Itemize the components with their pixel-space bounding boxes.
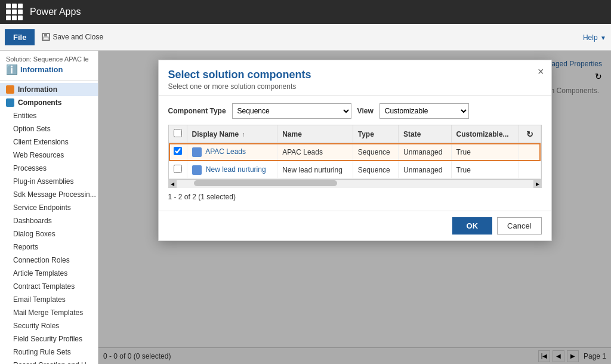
sidebar-item-plugin-assemblies[interactable]: Plug-in Assemblies	[0, 175, 98, 188]
sidebar-nav: Information Components Entities Option S…	[0, 81, 98, 364]
file-button[interactable]: File	[5, 29, 35, 45]
sidebar-item-security-roles[interactable]: Security Roles	[0, 319, 98, 332]
dialog-close-button[interactable]: ×	[538, 66, 544, 77]
ok-button[interactable]: OK	[452, 217, 493, 235]
toolbar: File Save and Close Help ▼	[0, 24, 611, 51]
horizontal-scrollbar[interactable]: ◀ ▶	[168, 180, 542, 188]
sidebar-item-entities[interactable]: Entities	[0, 109, 98, 122]
dialog-title: Select solution components	[168, 69, 542, 81]
row2-type: Sequence	[353, 161, 398, 179]
status-text: 1 - 2 of 2 (1 selected)	[168, 193, 236, 201]
dialog-body: Component Type Sequence View Customizabl…	[159, 96, 551, 211]
table-row[interactable]: APAC Leads APAC Leads Sequence Unmanaged…	[169, 143, 541, 161]
app-title: Power Apps	[30, 7, 81, 17]
dialog-subtitle: Select one or more solution components	[168, 82, 542, 91]
select-all-header[interactable]	[169, 125, 187, 143]
content-area: Managed Properties ↻ e Solution Componen…	[98, 51, 611, 364]
status-bar: 1 - 2 of 2 (1 selected)	[168, 188, 542, 203]
sort-arrow-asc: ↑	[242, 131, 245, 138]
row1-display-link[interactable]: APAC Leads	[205, 147, 246, 156]
row1-checkbox[interactable]	[174, 147, 182, 155]
sidebar-item-sdk-message[interactable]: Sdk Message Processin...	[0, 188, 98, 201]
sidebar-item-dashboards[interactable]: Dashboards	[0, 214, 98, 227]
main-area: Solution: Sequence APAC le ℹ️ Informatio…	[0, 51, 611, 364]
sidebar-item-connection-roles[interactable]: Connection Roles	[0, 254, 98, 267]
sidebar-item-article-templates[interactable]: Article Templates	[0, 267, 98, 280]
scroll-right-button[interactable]: ▶	[533, 180, 542, 189]
sidebar-item-reports[interactable]: Reports	[0, 240, 98, 254]
row2-state: Unmanaged	[399, 161, 452, 179]
row2-customizable: True	[451, 161, 519, 179]
sidebar-item-mail-merge-templates[interactable]: Mail Merge Templates	[0, 306, 98, 319]
view-label: View	[357, 107, 374, 115]
table-header-row: Display Name ↑ Name Type S	[169, 125, 541, 143]
sidebar-item-contract-templates[interactable]: Contract Templates	[0, 280, 98, 293]
svg-rect-1	[44, 33, 47, 36]
info-icon	[6, 85, 14, 94]
waffle-icon[interactable]	[6, 4, 23, 20]
sidebar-item-information[interactable]: Information	[0, 83, 98, 96]
row1-icon	[192, 147, 202, 157]
row2-display-link[interactable]: New lead nurturing	[206, 165, 266, 174]
row1-extra	[519, 143, 541, 161]
row2-display-name[interactable]: New lead nurturing	[187, 161, 277, 179]
refresh-header[interactable]: ↻	[519, 125, 541, 143]
cancel-button[interactable]: Cancel	[497, 217, 541, 235]
save-close-button[interactable]: Save and Close	[37, 30, 108, 44]
sidebar-item-record-creation[interactable]: Record Creation and U...	[0, 359, 98, 364]
sidebar-item-email-templates[interactable]: Email Templates	[0, 293, 98, 306]
sidebar-item-dialog-boxes[interactable]: Dialog Boxes	[0, 227, 98, 240]
row1-name: APAC Leads	[277, 143, 353, 161]
sidebar-item-routing-rule-sets[interactable]: Routing Rule Sets	[0, 346, 98, 359]
row1-customizable: True	[451, 143, 519, 161]
scroll-left-button[interactable]: ◀	[168, 180, 177, 189]
sidebar-item-components[interactable]: Components	[0, 96, 98, 109]
dialog: Select solution components Select one or…	[158, 60, 552, 241]
dialog-header: Select solution components Select one or…	[159, 60, 551, 96]
sidebar-item-web-resources[interactable]: Web Resources	[0, 149, 98, 162]
components-table: Display Name ↑ Name Type S	[168, 125, 542, 180]
top-bar: Power Apps	[0, 0, 611, 24]
row2-extra	[519, 161, 541, 179]
save-icon	[42, 33, 50, 41]
solution-info[interactable]: ℹ️ Information	[6, 64, 92, 75]
row1-state: Unmanaged	[399, 143, 452, 161]
solution-label: Solution: Sequence APAC le	[6, 55, 92, 63]
filter-row: Component Type Sequence View Customizabl…	[168, 103, 542, 119]
customizable-header[interactable]: Customizable...	[451, 125, 519, 143]
dialog-footer: OK Cancel	[159, 211, 551, 240]
sidebar: Solution: Sequence APAC le ℹ️ Informatio…	[0, 51, 98, 364]
select-all-checkbox[interactable]	[174, 129, 182, 137]
sidebar-item-client-extensions[interactable]: Client Extensions	[0, 135, 98, 149]
type-header[interactable]: Type	[353, 125, 398, 143]
scrollbar-thumb[interactable]	[194, 180, 337, 186]
component-type-label: Component Type	[168, 107, 226, 115]
table-refresh-icon[interactable]: ↻	[524, 129, 536, 139]
row2-icon	[192, 165, 202, 175]
row1-display-name[interactable]: APAC Leads	[187, 143, 277, 161]
state-header[interactable]: State	[399, 125, 452, 143]
sidebar-item-processes[interactable]: Processes	[0, 162, 98, 175]
sidebar-solution: Solution: Sequence APAC le ℹ️ Informatio…	[0, 51, 98, 81]
sidebar-item-service-endpoints[interactable]: Service Endpoints	[0, 201, 98, 214]
sidebar-item-option-sets[interactable]: Option Sets	[0, 122, 98, 135]
table-row[interactable]: New lead nurturing New lead nurturing Se…	[169, 161, 541, 179]
row1-type: Sequence	[353, 143, 398, 161]
component-type-select[interactable]: Sequence	[232, 103, 351, 119]
name-header[interactable]: Name	[277, 125, 353, 143]
row2-checkbox-cell[interactable]	[169, 161, 187, 179]
display-name-header[interactable]: Display Name ↑	[187, 125, 277, 143]
row2-name: New lead nurturing	[277, 161, 353, 179]
sidebar-item-field-security[interactable]: Field Security Profiles	[0, 332, 98, 346]
row1-checkbox-cell[interactable]	[169, 143, 187, 161]
row2-checkbox[interactable]	[174, 165, 182, 173]
view-select[interactable]: Customizable	[379, 103, 469, 119]
svg-rect-2	[44, 37, 48, 40]
components-icon	[6, 98, 14, 107]
help-button[interactable]: Help ▼	[583, 32, 606, 42]
